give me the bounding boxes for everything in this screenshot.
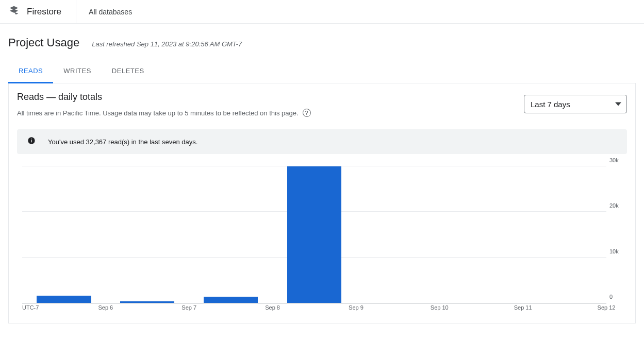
chart-x-tick: Sep 8	[265, 304, 280, 311]
reads-bar-chart: 010k20k30k UTC-7Sep 6Sep 7Sep 8Sep 9Sep …	[22, 166, 606, 311]
help-icon[interactable]: ?	[303, 109, 311, 117]
chart-x-tick: Sep 6	[98, 304, 113, 311]
product-name: Firestore	[27, 7, 61, 17]
chart-y-tick: 20k	[609, 202, 626, 209]
tab-deletes[interactable]: DELETES	[102, 60, 155, 83]
chart-x-tick: Sep 7	[181, 304, 196, 311]
chart-bar	[204, 297, 258, 303]
chart-y-tick: 0	[609, 294, 626, 300]
firestore-icon	[8, 5, 20, 18]
dropdown-icon	[615, 100, 621, 109]
chart-y-tick: 30k	[609, 157, 626, 163]
svg-rect-1	[31, 140, 31, 143]
tab-writes[interactable]: WRITES	[53, 60, 102, 83]
panel-title: Reads — daily totals	[17, 92, 311, 103]
time-range-label: Last 7 days	[531, 100, 570, 109]
chart-x-tick: Sep 12	[598, 304, 616, 311]
svg-rect-2	[31, 139, 31, 139]
tab-reads[interactable]: READS	[8, 60, 53, 83]
chart-bar	[287, 166, 341, 303]
info-icon	[27, 137, 36, 147]
timezone-note-text: All times are in Pacific Time. Usage dat…	[17, 109, 299, 117]
timezone-note: All times are in Pacific Time. Usage dat…	[17, 109, 311, 117]
scope-selector[interactable]: All databases	[76, 8, 132, 16]
product-logo: Firestore	[8, 0, 76, 23]
chart-container: 010k20k30k UTC-7Sep 6Sep 7Sep 8Sep 9Sep …	[17, 166, 627, 311]
chart-bar	[120, 301, 174, 303]
usage-banner-text: You've used 32,367 read(s) in the last s…	[48, 138, 197, 146]
tabs: READS WRITES DELETES	[8, 60, 636, 83]
chart-x-tick: Sep 10	[431, 304, 449, 311]
chart-x-tick: Sep 11	[514, 304, 532, 311]
page-header: Project Usage Last refreshed Sep 11, 202…	[0, 24, 644, 54]
reads-panel: Reads — daily totals All times are in Pa…	[8, 83, 636, 323]
usage-banner: You've used 32,367 read(s) in the last s…	[17, 129, 627, 154]
chart-y-tick: 10k	[609, 248, 626, 254]
page-title: Project Usage	[8, 36, 79, 49]
chart-x-label: UTC-7	[22, 304, 39, 311]
last-refreshed: Last refreshed Sep 11, 2023 at 9:20:56 A…	[92, 40, 242, 48]
topbar: Firestore All databases	[0, 0, 644, 24]
chart-x-tick: Sep 9	[349, 304, 364, 311]
chart-bar	[37, 296, 91, 303]
time-range-select[interactable]: Last 7 days	[524, 95, 627, 113]
